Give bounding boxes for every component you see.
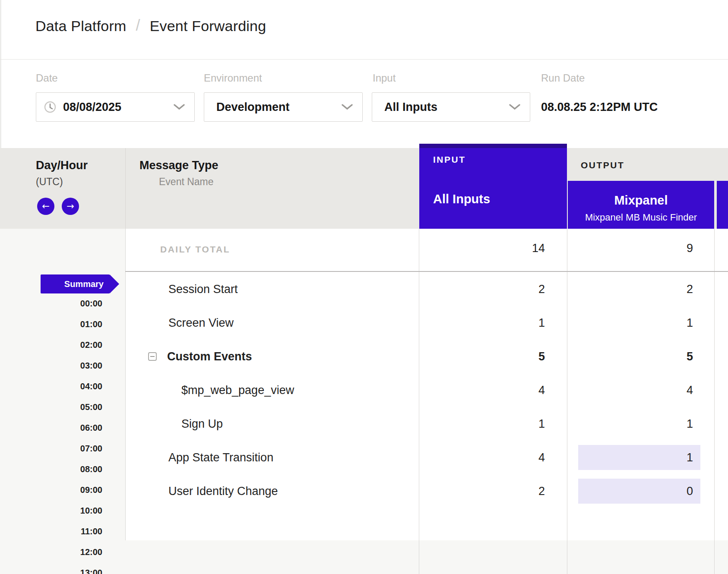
row-label: Screen View: [168, 316, 234, 330]
row-input-value: 5: [419, 350, 545, 363]
date-value: 08/08/2025: [63, 101, 121, 114]
daily-total-label: DAILY TOTAL: [160, 244, 230, 255]
chevron-down-icon: [509, 104, 520, 110]
run-date-value: 08.08.25 2:12PM UTC: [541, 101, 658, 114]
page-title: Event Forwarding: [150, 18, 266, 35]
output-column-header-mixpanel[interactable]: Mixpanel Mixpanel MB Music Finder: [568, 181, 714, 229]
input-column-header[interactable]: INPUT All Inputs: [419, 144, 567, 229]
input-group-label: INPUT: [433, 155, 466, 165]
daily-total-divider: [125, 271, 728, 272]
input-dropdown[interactable]: All Inputs: [372, 92, 530, 122]
day-pager: ← →: [37, 198, 79, 215]
row-output-value: 1: [568, 417, 693, 431]
hour-label[interactable]: 02:00: [35, 340, 102, 352]
row-input-value: 4: [419, 451, 545, 464]
hour-label[interactable]: 04:00: [35, 382, 102, 394]
summary-tab[interactable]: Summary: [41, 274, 110, 293]
row-label: $mp_web_page_view: [181, 384, 294, 397]
daily-total-input-value: 14: [419, 242, 545, 255]
day-hour-header: Day/Hour: [36, 159, 88, 172]
row-label: Session Start: [168, 283, 238, 296]
hour-label[interactable]: 06:00: [35, 423, 102, 435]
chevron-down-icon: [174, 104, 185, 110]
run-date-label: Run Date: [541, 72, 585, 84]
table-footer-band: [125, 540, 728, 574]
environment-dropdown[interactable]: Development: [204, 92, 363, 122]
output-column-header-next[interactable]: [717, 181, 728, 229]
input-column-name: All Inputs: [433, 192, 490, 206]
table-row: Session Start 2 2: [125, 272, 728, 306]
hour-label[interactable]: 10:00: [35, 506, 102, 518]
row-input-value: 2: [419, 283, 545, 296]
hour-label[interactable]: 12:00: [35, 547, 102, 559]
table-row: Sign Up 1 1: [125, 407, 728, 441]
row-input-value: 2: [419, 485, 545, 498]
arrow-left-icon: ←: [42, 201, 50, 211]
clock-icon: [44, 101, 56, 113]
row-label: User Identity Change: [168, 485, 278, 498]
hour-label[interactable]: 08:00: [35, 464, 102, 476]
breadcrumb: Data Platform / Event Forwarding: [35, 16, 266, 35]
hour-label[interactable]: 11:00: [35, 527, 102, 539]
date-label: Date: [36, 72, 58, 84]
hour-label[interactable]: 09:00: [35, 485, 102, 497]
output-column-name: Mixpanel: [568, 193, 714, 208]
event-name-subtitle: Event Name: [159, 176, 214, 188]
output-column-subtitle: Mixpanel MB Music Finder: [568, 212, 714, 223]
row-output-value: 4: [568, 384, 693, 397]
input-column-accent-strip: [419, 144, 567, 148]
chevron-down-icon: [342, 104, 353, 110]
row-label: Sign Up: [181, 417, 223, 431]
row-input-value: 1: [419, 316, 545, 330]
table-row-custom-events: Custom Events 5 5: [125, 340, 728, 373]
row-input-value: 4: [419, 384, 545, 397]
previous-day-button[interactable]: ←: [37, 198, 54, 215]
output-group-label: OUTPUT: [581, 160, 624, 170]
row-input-value: 1: [419, 417, 545, 431]
row-output-value-highlighted: 1: [578, 445, 700, 470]
row-output-value-highlighted: 0: [578, 479, 700, 504]
next-day-button[interactable]: →: [62, 198, 79, 215]
hour-label[interactable]: 05:00: [35, 402, 102, 414]
row-output-value: 5: [568, 350, 693, 363]
input-value: All Inputs: [384, 101, 437, 114]
breadcrumb-separator: /: [136, 16, 140, 35]
row-label: Custom Events: [167, 350, 252, 363]
hour-label[interactable]: 07:00: [35, 444, 102, 456]
environment-label: Environment: [204, 72, 262, 84]
row-output-value: 2: [568, 283, 693, 296]
day-hour-subtitle: (UTC): [36, 176, 63, 188]
input-label: Input: [373, 72, 396, 84]
hour-label[interactable]: 00:00: [35, 299, 102, 311]
table-row: Screen View 1 1: [125, 306, 728, 340]
row-label: App State Transition: [168, 451, 273, 464]
message-type-header: Message Type: [139, 159, 218, 172]
breadcrumb-section[interactable]: Data Platform: [35, 18, 126, 35]
event-forwarding-page: Data Platform / Event Forwarding Date En…: [0, 0, 728, 574]
table-row: $mp_web_page_view 4 4: [125, 373, 728, 407]
hour-label[interactable]: 01:00: [35, 319, 102, 331]
arrow-right-icon: →: [66, 201, 74, 211]
environment-value: Development: [216, 101, 290, 114]
daily-total-output-value: 9: [568, 242, 693, 255]
table-row: User Identity Change 2 0: [125, 474, 728, 508]
header-divider: [0, 59, 728, 60]
hour-label[interactable]: 03:00: [35, 361, 102, 373]
date-dropdown[interactable]: 08/08/2025: [36, 92, 195, 122]
row-output-value: 1: [568, 316, 693, 330]
hour-label[interactable]: 13:00: [35, 568, 102, 574]
collapse-icon[interactable]: [148, 352, 157, 361]
table-row: App State Transition 4 1: [125, 441, 728, 474]
